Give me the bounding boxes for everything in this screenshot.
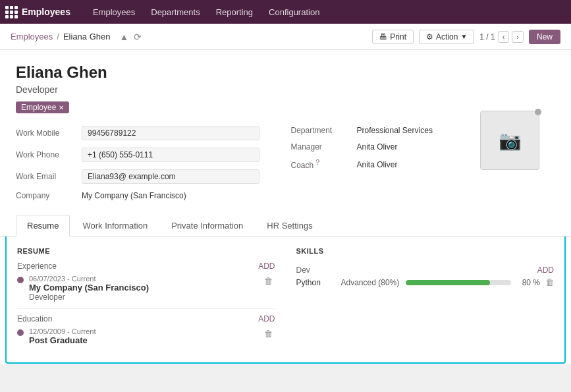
exp-date: 06/07/2023 - Current	[29, 275, 261, 283]
skill-row-python: Python Advanced (80%) 80 % 🗑	[296, 275, 555, 290]
exp-dot	[17, 277, 24, 283]
work-mobile-value	[82, 126, 270, 140]
work-email-value	[82, 169, 270, 184]
employee-photo[interactable]: 📷	[480, 111, 539, 170]
edu-item-actions: 🗑	[261, 327, 275, 340]
skill-delete-button[interactable]: 🗑	[545, 277, 554, 287]
app-grid-icon	[5, 6, 18, 18]
resume-section-title: RESUME	[17, 247, 275, 255]
tab-content-resume: RESUME Experience ADD 06/07/2023 - Curre…	[5, 237, 566, 364]
tab-resume[interactable]: Resume	[16, 215, 70, 237]
manager-value: Anita Oliver	[357, 142, 398, 152]
nav-reporting[interactable]: Reporting	[209, 5, 259, 20]
breadcrumb-icons: ▲ ⟳	[120, 32, 142, 42]
refresh-icon[interactable]: ⟳	[134, 32, 142, 42]
app-title: Employees	[22, 7, 70, 17]
exp-delete-button[interactable]: 🗑	[261, 275, 275, 287]
edu-dot	[17, 329, 24, 336]
education-item-1: 12/05/2009 - Current Post Graduate 🗑	[17, 327, 275, 345]
department-value: Professional Services	[357, 126, 433, 135]
upload-icon[interactable]: ▲	[120, 32, 129, 42]
edu-company: Post Graduate	[29, 335, 261, 345]
edu-item-header: 12/05/2009 - Current Post Graduate 🗑	[17, 327, 275, 345]
gear-icon: ⚙	[426, 32, 433, 42]
nav-departments[interactable]: Departments	[144, 5, 206, 20]
skills-sub-title: Dev	[296, 266, 310, 275]
pager-prev[interactable]: ‹	[498, 31, 510, 43]
printer-icon: 🖶	[379, 32, 387, 42]
breadcrumb-left: Employees / Eliana Ghen ▲ ⟳	[11, 32, 142, 42]
exp-company: My Company (San Francisco)	[29, 283, 261, 293]
department-label: Department	[291, 126, 357, 135]
skill-level: Advanced (80%)	[341, 278, 400, 287]
work-email-row: Work Email	[16, 166, 270, 188]
experience-header: Experience ADD	[17, 262, 275, 271]
tab-hr-settings[interactable]: HR Settings	[256, 215, 323, 236]
employee-name: Eliana Ghen	[16, 63, 545, 82]
add-education-button[interactable]: ADD	[258, 314, 275, 323]
exp-item-actions: 🗑	[261, 275, 275, 287]
nav-configuration[interactable]: Configuration	[262, 5, 326, 20]
skills-subheader: Dev ADD	[296, 266, 555, 275]
skills-section-title: SKILLS	[296, 247, 324, 255]
employee-job-title: Developer	[16, 84, 545, 95]
work-mobile-input[interactable]	[82, 126, 259, 140]
exp-item-body: 06/07/2023 - Current My Company (San Fra…	[29, 275, 261, 302]
action-button[interactable]: ⚙ Action ▼	[419, 30, 474, 44]
add-experience-button[interactable]: ADD	[258, 262, 275, 271]
breadcrumb-right: 🖶 Print ⚙ Action ▼ 1 / 1 ‹ › New	[372, 30, 560, 44]
tabs-bar: Resume Work Information Private Informat…	[0, 215, 571, 237]
coach-label: Coach ?	[291, 159, 357, 170]
work-phone-row: Work Phone	[16, 144, 270, 166]
edu-date: 12/05/2009 - Current	[29, 327, 261, 335]
add-skill-button[interactable]: ADD	[537, 266, 554, 275]
company-label: Company	[16, 191, 82, 200]
main-content: Eliana Ghen Developer Employee ✕ Work Mo…	[0, 50, 571, 364]
form-area: Eliana Ghen Developer Employee ✕ Work Mo…	[0, 50, 571, 210]
photo-dot	[535, 109, 541, 115]
pager: 1 / 1 ‹ ›	[479, 31, 524, 43]
work-phone-label: Work Phone	[16, 150, 82, 159]
work-email-label: Work Email	[16, 172, 82, 181]
chevron-down-icon: ▼	[460, 33, 467, 40]
work-email-input[interactable]	[82, 169, 259, 184]
work-mobile-label: Work Mobile	[16, 128, 82, 138]
print-button[interactable]: 🖶 Print	[372, 30, 414, 44]
work-phone-input[interactable]	[82, 148, 259, 162]
new-button[interactable]: New	[529, 30, 560, 44]
work-phone-value	[82, 148, 270, 162]
coach-help-icon[interactable]: ?	[316, 159, 320, 166]
skill-name: Python	[296, 278, 336, 287]
education-header: Education ADD	[17, 314, 275, 323]
breadcrumb-sep: /	[57, 32, 59, 42]
skill-pct: 80 %	[516, 278, 540, 287]
coach-value: Anita Oliver	[357, 160, 398, 169]
tag-remove-icon[interactable]: ✕	[59, 104, 64, 111]
resume-skills-grid: RESUME Experience ADD 06/07/2023 - Curre…	[17, 247, 554, 352]
breadcrumb-current: Eliana Ghen	[63, 32, 111, 42]
top-nav: Employees Employees Departments Reportin…	[0, 0, 571, 24]
employee-info-left: Eliana Ghen Developer Employee ✕ Work Mo…	[16, 63, 545, 204]
form-left-col: Work Mobile Work Phone	[16, 123, 270, 204]
tab-work-information[interactable]: Work Information	[71, 215, 159, 236]
form-fields: Work Mobile Work Phone	[16, 123, 545, 204]
manager-label: Manager	[291, 142, 357, 152]
app-icon: Employees	[5, 6, 78, 18]
tab-private-information[interactable]: Private Information	[160, 215, 254, 236]
company-row: Company My Company (San Francisco)	[16, 188, 270, 204]
skill-bar-fill	[406, 280, 490, 285]
exp-item-header: 06/07/2023 - Current My Company (San Fra…	[17, 275, 275, 302]
nav-employees[interactable]: Employees	[86, 5, 142, 20]
experience-label: Experience	[17, 262, 57, 271]
pager-next[interactable]: ›	[512, 31, 524, 43]
breadcrumb-bar: Employees / Eliana Ghen ▲ ⟳ 🖶 Print ⚙ Ac…	[0, 24, 571, 50]
form-wrapper: Eliana Ghen Developer Employee ✕ Work Mo…	[0, 50, 571, 364]
education-label: Education	[17, 314, 52, 323]
edu-delete-button[interactable]: 🗑	[261, 327, 275, 340]
exp-role: Developer	[29, 293, 261, 302]
skill-bar-container	[406, 280, 512, 285]
employee-tag: Employee ✕	[16, 101, 69, 113]
work-mobile-row: Work Mobile	[16, 123, 270, 144]
breadcrumb-parent[interactable]: Employees	[11, 32, 53, 42]
resume-col: RESUME Experience ADD 06/07/2023 - Curre…	[17, 247, 275, 352]
